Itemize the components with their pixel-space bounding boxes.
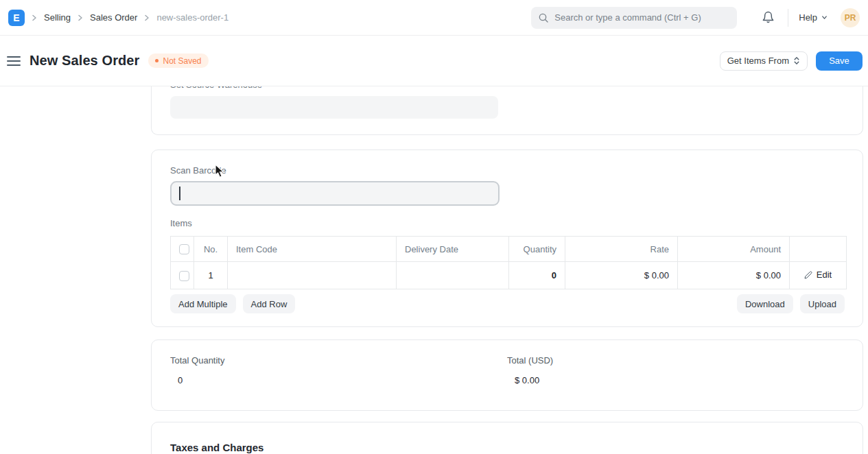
help-label: Help — [799, 12, 817, 23]
pencil-icon — [804, 271, 812, 279]
total-usd-label: Total (USD) — [507, 355, 844, 366]
notifications-button[interactable] — [759, 8, 777, 27]
top-navbar: E Selling Sales Order new-sales-order-1 — [0, 0, 868, 36]
amount-cell[interactable]: $ 0.00 — [678, 262, 790, 289]
item-code-cell[interactable] — [228, 262, 397, 289]
breadcrumb-sales-order[interactable]: Sales Order — [90, 12, 137, 23]
form-body: Set Source Warehouse Scan Barcode Items … — [0, 86, 868, 454]
items-table: No. Item Code Delivery Date Quantity Rat… — [170, 236, 847, 289]
status-badge-label: Not Saved — [163, 56, 201, 66]
page-title: New Sales Order — [30, 53, 139, 69]
chevron-right-icon — [75, 13, 85, 23]
scan-barcode-input[interactable] — [170, 181, 500, 206]
add-row-button[interactable]: Add Row — [243, 294, 296, 313]
breadcrumb: Selling Sales Order new-sales-order-1 — [25, 12, 228, 23]
text-caret — [179, 187, 180, 200]
row-checkbox[interactable] — [179, 271, 189, 281]
global-search[interactable] — [531, 7, 737, 29]
total-usd-value: $ 0.00 — [507, 375, 844, 385]
totals-section: Total Quantity 0 Total (USD) $ 0.00 — [151, 339, 863, 411]
delivery-date-cell[interactable] — [397, 262, 509, 289]
upload-button[interactable]: Upload — [800, 294, 845, 313]
save-button[interactable]: Save — [816, 51, 863, 71]
chevron-right-icon — [142, 13, 152, 23]
app-logo-icon[interactable]: E — [8, 10, 25, 26]
select-all-checkbox[interactable] — [179, 244, 189, 254]
search-icon — [538, 12, 549, 23]
edit-label: Edit — [817, 270, 832, 280]
source-warehouse-input[interactable] — [170, 96, 498, 119]
avatar[interactable]: PR — [841, 8, 860, 27]
items-table-header-row: No. Item Code Delivery Date Quantity Rat… — [171, 237, 847, 262]
edit-row-button[interactable]: Edit — [804, 270, 832, 280]
column-header-item-code: Item Code — [228, 237, 397, 262]
column-header-quantity: Quantity — [509, 237, 565, 262]
select-arrows-icon — [793, 56, 800, 65]
column-header-no: No. — [194, 237, 228, 262]
get-items-from-label: Get Items From — [727, 56, 789, 66]
status-badge: Not Saved — [148, 53, 208, 68]
help-menu[interactable]: Help — [799, 12, 828, 23]
download-button[interactable]: Download — [737, 294, 793, 313]
rate-cell[interactable]: $ 0.00 — [565, 262, 678, 289]
breadcrumb-selling[interactable]: Selling — [44, 12, 71, 23]
chevron-down-icon — [821, 14, 828, 21]
add-multiple-button[interactable]: Add Multiple — [170, 294, 236, 313]
scan-barcode-label: Scan Barcode — [170, 165, 845, 176]
search-input[interactable] — [554, 12, 730, 23]
source-warehouse-label: Set Source Warehouse — [170, 86, 844, 91]
taxes-section: Taxes and Charges — [151, 422, 863, 454]
quantity-cell[interactable]: 0 — [509, 262, 565, 289]
column-header-amount: Amount — [678, 237, 790, 262]
chevron-right-icon — [30, 13, 39, 23]
row-index: 1 — [194, 262, 228, 289]
column-header-delivery-date: Delivery Date — [397, 237, 509, 262]
source-warehouse-section: Set Source Warehouse — [151, 86, 863, 135]
sidebar-toggle-icon[interactable] — [7, 56, 21, 66]
total-quantity-value: 0 — [170, 375, 507, 385]
get-items-from-button[interactable]: Get Items From — [720, 51, 808, 71]
breadcrumb-current: new-sales-order-1 — [156, 12, 228, 23]
taxes-section-title: Taxes and Charges — [170, 442, 844, 453]
bell-icon — [762, 11, 775, 24]
items-table-label: Items — [170, 218, 845, 229]
status-dot-icon — [155, 59, 159, 62]
total-quantity-label: Total Quantity — [170, 355, 507, 366]
navbar-divider — [788, 9, 788, 27]
table-row: 1 0 $ 0.00 $ 0.00 Edit — [171, 262, 847, 289]
page-header: New Sales Order Not Saved Get Items From… — [0, 36, 868, 86]
items-section: Scan Barcode Items No. Item Code Deliver… — [151, 150, 863, 327]
column-header-rate: Rate — [565, 237, 678, 262]
